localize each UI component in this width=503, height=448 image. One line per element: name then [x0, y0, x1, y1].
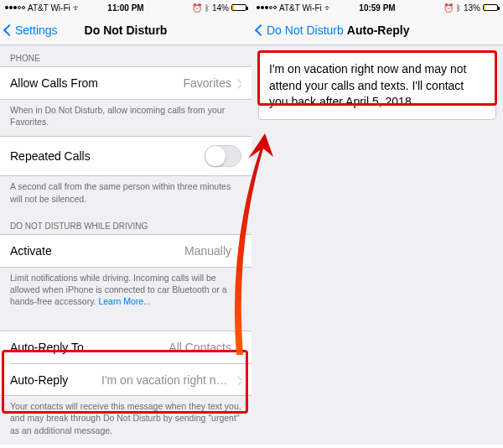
wifi-icon: ᯤ — [73, 3, 81, 13]
battery-percent: 14% — [212, 3, 229, 13]
cell-label: Allow Calls From — [10, 76, 98, 90]
signal-icon — [5, 6, 25, 9]
status-bar: AT&T Wi-Fi ᯤ 10:59 PM ⏰ ᛒ 13% — [252, 0, 503, 15]
cell-auto-reply[interactable]: Auto-Reply I'm on vacation right now an… — [10, 363, 252, 395]
chevron-right-icon — [235, 244, 241, 258]
cell-value: Favorites — [183, 76, 231, 90]
carrier-label: AT&T Wi-Fi — [279, 3, 322, 13]
page-title: Do Not Disturb — [85, 23, 168, 37]
cell-value: I'm on vacation right now an… — [101, 373, 231, 387]
content-scroll[interactable]: I'm on vacation right now and may not at… — [252, 45, 503, 445]
cell-allow-calls-from[interactable]: Allow Calls From Favorites — [0, 67, 252, 99]
screen-do-not-disturb: AT&T Wi-Fi ᯤ 11:00 PM ⏰ ᛒ 14% Settings D… — [0, 0, 252, 445]
cell-label: Repeated Calls — [10, 149, 91, 163]
cell-label: Activate — [10, 244, 52, 258]
battery-icon — [231, 4, 246, 11]
clock-label: 11:00 PM — [107, 3, 143, 13]
nav-bar: Settings Do Not Disturb — [0, 15, 252, 45]
chevron-right-icon — [235, 341, 241, 354]
back-label: Do Not Disturb — [267, 23, 344, 37]
battery-icon — [483, 4, 498, 11]
learn-more-link[interactable]: Learn More... — [98, 296, 150, 306]
status-bar: AT&T Wi-Fi ᯤ 11:00 PM ⏰ ᛒ 14% — [0, 0, 252, 15]
battery-percent: 13% — [464, 3, 480, 13]
section-footer: Limit notifications while driving. Incom… — [0, 268, 252, 316]
cell-value: All Contacts — [169, 341, 231, 354]
back-label: Settings — [15, 23, 58, 37]
section-footer: A second call from the same person withi… — [0, 176, 252, 212]
clock-label: 10:59 PM — [359, 3, 395, 13]
nav-bar: Do Not Disturb Auto-Reply — [252, 15, 503, 45]
section-header-phone: PHONE — [0, 45, 252, 66]
bluetooth-icon: ᛒ — [205, 3, 210, 13]
chevron-right-icon — [235, 76, 241, 90]
signal-icon — [257, 6, 277, 9]
chevron-left-icon — [5, 23, 13, 37]
wifi-icon: ᯤ — [324, 3, 333, 13]
carrier-label: AT&T Wi-Fi — [28, 3, 70, 13]
alarm-icon: ⏰ — [192, 3, 202, 13]
back-button[interactable]: Settings — [5, 23, 58, 37]
cell-label: Auto-Reply To — [10, 341, 84, 354]
toggle-switch[interactable] — [205, 145, 241, 167]
cell-auto-reply-to[interactable]: Auto-Reply To All Contacts — [0, 331, 252, 363]
back-button[interactable]: Do Not Disturb — [257, 23, 344, 37]
chevron-left-icon — [257, 23, 265, 37]
cell-label: Auto-Reply — [10, 373, 68, 387]
bluetooth-icon: ᛒ — [456, 3, 461, 13]
cell-value: Manually — [184, 244, 231, 258]
section-footer: Your contacts will receive this message … — [0, 396, 252, 445]
cell-repeated-calls[interactable]: Repeated Calls — [0, 137, 252, 175]
alarm-icon: ⏰ — [443, 3, 454, 13]
chevron-right-icon — [235, 373, 241, 387]
section-header-driving: DO NOT DISTURB WHILE DRIVING — [0, 213, 252, 234]
page-title: Auto-Reply — [347, 23, 410, 37]
section-footer: When in Do Not Disturb, allow incoming c… — [0, 100, 252, 136]
cell-activate[interactable]: Activate Manually — [0, 235, 252, 267]
content-scroll[interactable]: PHONE Allow Calls From Favorites When in… — [0, 45, 252, 445]
auto-reply-message-field[interactable]: I'm on vacation right now and may not at… — [258, 52, 496, 120]
screen-auto-reply: AT&T Wi-Fi ᯤ 10:59 PM ⏰ ᛒ 13% Do Not Dis… — [252, 0, 503, 445]
